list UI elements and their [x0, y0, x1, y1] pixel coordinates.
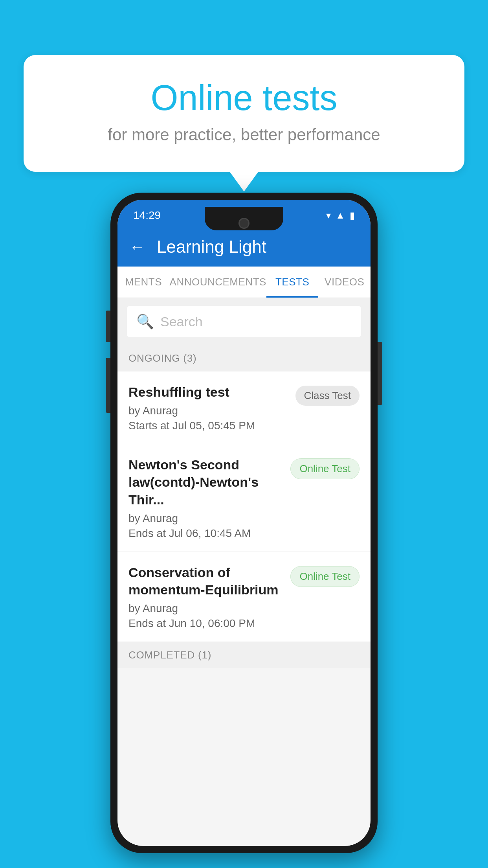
speech-bubble-container: Online tests for more practice, better p…	[24, 55, 464, 172]
test-name: Newton's Second law(contd)-Newton's Thir…	[128, 456, 283, 508]
test-author: by Anurag	[128, 405, 288, 417]
phone-notch	[205, 207, 283, 230]
search-container: 🔍 Search	[117, 298, 371, 345]
tab-videos[interactable]: VIDEOS	[318, 267, 371, 298]
test-item[interactable]: Reshuffling test by Anurag Starts at Jul…	[117, 371, 371, 444]
completed-section-header: COMPLETED (1)	[117, 642, 371, 668]
test-author: by Anurag	[128, 512, 283, 525]
status-time: 14:29	[133, 209, 161, 222]
tab-bar: MENTS ANNOUNCEMENTS TESTS VIDEOS	[117, 267, 371, 298]
signal-icon: ▲	[336, 210, 345, 221]
bubble-subtitle: for more practice, better performance	[55, 125, 433, 144]
completed-label: COMPLETED (1)	[128, 649, 211, 661]
test-item[interactable]: Newton's Second law(contd)-Newton's Thir…	[117, 444, 371, 552]
test-badge-class: Class Test	[295, 386, 360, 406]
test-badge-online-2: Online Test	[290, 566, 360, 587]
bubble-title: Online tests	[55, 79, 433, 118]
phone-camera	[238, 218, 250, 229]
test-badge-online: Online Test	[290, 458, 360, 479]
ongoing-label: ONGOING (3)	[128, 352, 196, 364]
back-button[interactable]: ←	[129, 238, 145, 256]
test-date: Starts at Jul 05, 05:45 PM	[128, 419, 288, 432]
test-info: Reshuffling test by Anurag Starts at Jul…	[128, 383, 288, 432]
test-list: Reshuffling test by Anurag Starts at Jul…	[117, 371, 371, 642]
test-info: Newton's Second law(contd)-Newton's Thir…	[128, 456, 283, 540]
test-name: Conservation of momentum-Equilibrium	[128, 564, 283, 598]
test-author: by Anurag	[128, 602, 283, 615]
phone-mockup: 14:29 ▾ ▲ ▮ ← Learning Light MENTS ANNOU…	[110, 193, 378, 853]
phone-button-volume-up	[106, 311, 110, 342]
phone-outer: 14:29 ▾ ▲ ▮ ← Learning Light MENTS ANNOU…	[110, 193, 378, 853]
tab-announcements[interactable]: ANNOUNCEMENTS	[170, 267, 266, 298]
phone-button-volume-down	[106, 358, 110, 413]
speech-bubble: Online tests for more practice, better p…	[24, 55, 464, 172]
tab-assignments[interactable]: MENTS	[117, 267, 170, 298]
search-placeholder: Search	[160, 314, 203, 329]
tab-tests[interactable]: TESTS	[266, 267, 319, 298]
test-name: Reshuffling test	[128, 383, 288, 401]
phone-screen: 14:29 ▾ ▲ ▮ ← Learning Light MENTS ANNOU…	[117, 200, 371, 846]
phone-button-power	[378, 342, 382, 405]
battery-icon: ▮	[350, 210, 355, 221]
ongoing-section-header: ONGOING (3)	[117, 345, 371, 371]
wifi-icon: ▾	[326, 210, 331, 221]
app-title: Learning Light	[157, 237, 266, 257]
test-date: Ends at Jun 10, 06:00 PM	[128, 617, 283, 630]
status-icons: ▾ ▲ ▮	[326, 210, 355, 221]
test-item[interactable]: Conservation of momentum-Equilibrium by …	[117, 552, 371, 642]
app-bar: ← Learning Light	[117, 227, 371, 267]
search-bar[interactable]: 🔍 Search	[127, 306, 361, 337]
test-info: Conservation of momentum-Equilibrium by …	[128, 564, 283, 630]
test-date: Ends at Jul 06, 10:45 AM	[128, 527, 283, 540]
search-icon: 🔍	[136, 313, 154, 330]
